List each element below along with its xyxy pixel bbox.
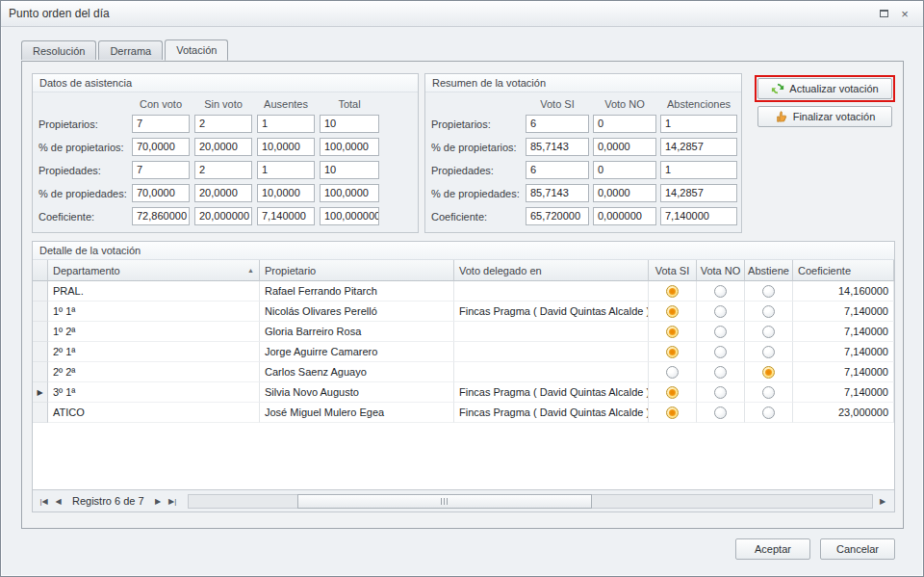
stat-field[interactable]: 7,140000: [660, 207, 737, 225]
vota-no-radio[interactable]: [714, 407, 727, 419]
vota-si-radio[interactable]: [666, 326, 679, 338]
grid-row[interactable]: 1º 1ª Nicolás Olivares Perelló Fincas Pr…: [33, 302, 894, 322]
stat-field[interactable]: 10: [320, 161, 379, 179]
nav-next-button[interactable]: ▶: [151, 497, 166, 506]
actualizar-votacion-button[interactable]: Actualizar votación: [757, 78, 892, 99]
horizontal-scrollbar[interactable]: [188, 494, 873, 509]
column-header-vota-no[interactable]: Vota NO: [697, 260, 745, 281]
restore-icon[interactable]: [873, 6, 894, 22]
stat-field[interactable]: 2: [194, 161, 252, 179]
cancelar-button[interactable]: Cancelar: [820, 538, 895, 560]
stat-field[interactable]: 65,720000: [526, 207, 589, 225]
stat-field[interactable]: 0,0000: [593, 138, 656, 156]
stat-field[interactable]: 0: [593, 115, 656, 133]
cell-propietario: Gloria Barreiro Rosa: [260, 322, 454, 342]
stat-field[interactable]: 20,0000: [194, 184, 252, 202]
nav-last-button[interactable]: ▶|: [166, 497, 180, 506]
stat-field[interactable]: 70,0000: [132, 184, 190, 202]
column-header-coeficiente[interactable]: Coeficiente: [793, 260, 894, 281]
stat-field[interactable]: 10,0000: [257, 184, 315, 202]
stat-field[interactable]: 100,0000: [320, 184, 379, 202]
cell-delegado: [454, 362, 649, 382]
nav-prev-button[interactable]: ◀: [51, 497, 65, 506]
row-label: Propietarios:: [429, 118, 522, 130]
stat-field[interactable]: 7: [132, 161, 190, 179]
stat-field[interactable]: 0,0000: [593, 184, 656, 202]
col-total: Total: [320, 98, 379, 110]
abstiene-radio[interactable]: [762, 407, 775, 419]
column-header-voto-delegado[interactable]: Voto delegado en: [454, 260, 649, 281]
tab-resolucion[interactable]: Resolución: [21, 40, 96, 60]
stat-field[interactable]: 7,140000: [257, 207, 315, 225]
nav-first-button[interactable]: |◀: [37, 497, 51, 506]
column-header-vota-si[interactable]: Vota SI: [649, 260, 697, 281]
stat-field[interactable]: 7: [132, 115, 190, 133]
close-icon[interactable]: ×: [894, 6, 915, 22]
grid-row[interactable]: 1º 2ª Gloria Barreiro Rosa 7,140000: [33, 322, 894, 342]
grid-row-current[interactable]: ▶ 3º 1ª Silvia Novo Augusto Fincas Pragm…: [33, 382, 894, 403]
column-header-label: Departamento: [53, 265, 120, 276]
vota-no-radio[interactable]: [714, 346, 727, 358]
stat-field[interactable]: 70,0000: [132, 138, 190, 156]
grid-row[interactable]: ATICO José Miguel Mulero Egea Fincas Pra…: [33, 403, 894, 423]
column-header-propietario[interactable]: Propietario: [260, 260, 454, 281]
stat-field[interactable]: 10: [320, 115, 379, 133]
scrollbar-thumb[interactable]: [297, 494, 591, 509]
stat-field[interactable]: 100,0000: [320, 138, 379, 156]
record-position-label: Registro 6 de 7: [65, 495, 151, 507]
stat-field[interactable]: 14,2857: [660, 184, 737, 202]
stat-field[interactable]: 85,7143: [526, 138, 589, 156]
titlebar[interactable]: Punto orden del día ×: [1, 1, 923, 27]
grid-row[interactable]: 2º 2ª Carlos Saenz Aguayo 7,140000: [33, 362, 894, 382]
stat-field[interactable]: 6: [526, 161, 589, 179]
stat-field[interactable]: 100,000000: [320, 207, 379, 225]
vota-no-radio[interactable]: [714, 386, 727, 399]
stat-field[interactable]: 1: [257, 115, 315, 133]
column-header-abstiene[interactable]: Abstiene: [745, 260, 793, 281]
vota-si-radio[interactable]: [666, 285, 679, 298]
stat-field[interactable]: 1: [257, 161, 315, 179]
vota-si-radio[interactable]: [666, 366, 679, 379]
vota-no-radio[interactable]: [714, 305, 727, 318]
stat-field[interactable]: 20,000000: [194, 207, 252, 225]
tab-derrama[interactable]: Derrama: [98, 40, 163, 60]
cell-delegado: [454, 322, 649, 342]
abstiene-radio[interactable]: [762, 346, 775, 358]
vota-si-radio[interactable]: [666, 346, 679, 358]
scroll-right-icon[interactable]: ▶: [875, 494, 890, 509]
stat-field[interactable]: 72,860000: [132, 207, 190, 225]
stat-field[interactable]: 0: [593, 161, 656, 179]
finalizar-votacion-button[interactable]: Finalizar votación: [757, 106, 892, 127]
stat-field[interactable]: 6: [526, 115, 589, 133]
cell-delegado: Fincas Pragma ( David Quintas Alcalde ): [454, 302, 649, 322]
thumb-grip: [447, 498, 448, 505]
stat-field[interactable]: 0,000000: [593, 207, 656, 225]
stat-field[interactable]: 14,2857: [660, 138, 737, 156]
vota-si-radio[interactable]: [666, 407, 679, 419]
abstiene-radio[interactable]: [762, 285, 775, 298]
stat-field[interactable]: 20,0000: [194, 138, 252, 156]
vota-no-radio[interactable]: [714, 326, 727, 338]
grid-row[interactable]: PRAL. Rafael Ferrando Pitarch 14,160000: [33, 281, 894, 302]
column-header-label: Abstiene: [748, 265, 789, 276]
abstiene-radio[interactable]: [762, 326, 775, 338]
tab-votacion[interactable]: Votación: [165, 39, 228, 61]
vota-no-radio[interactable]: [714, 285, 727, 298]
abstiene-radio[interactable]: [762, 386, 775, 399]
stat-field[interactable]: 85,7143: [526, 184, 589, 202]
abstiene-radio[interactable]: [762, 305, 775, 318]
aceptar-button[interactable]: Aceptar: [735, 538, 810, 560]
vota-si-radio[interactable]: [666, 305, 679, 318]
row-indicator-cell: [33, 362, 48, 382]
stat-field[interactable]: 1: [660, 161, 737, 179]
stat-field[interactable]: 10,0000: [257, 138, 315, 156]
column-header-label: Vota NO: [701, 265, 741, 276]
stat-field[interactable]: 2: [194, 115, 252, 133]
stat-field[interactable]: 1: [660, 115, 737, 133]
abstiene-radio[interactable]: [762, 366, 775, 379]
column-header-departamento[interactable]: Departamento ▲: [48, 260, 260, 281]
tab-strip: Resolución Derrama Votación: [21, 39, 230, 60]
grid-row[interactable]: 2º 1ª Jorge Aguirre Camarero 7,140000: [33, 342, 894, 362]
vota-no-radio[interactable]: [714, 366, 727, 379]
vota-si-radio[interactable]: [666, 386, 679, 399]
